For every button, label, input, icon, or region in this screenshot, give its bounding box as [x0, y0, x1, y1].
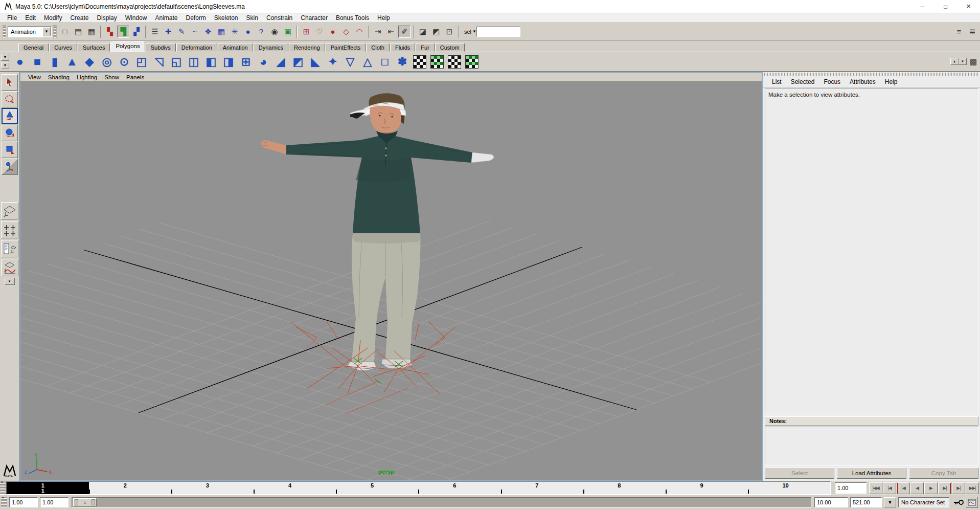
poly-cube-icon[interactable]: ■ — [29, 53, 46, 71]
ipr-render-icon[interactable]: ◩ — [430, 26, 442, 38]
duplicate-face-icon[interactable]: ◰ — [133, 53, 150, 71]
frame-cell[interactable]: 4 — [254, 482, 336, 494]
animation-preferences-icon[interactable] — [966, 497, 978, 508]
rotate-tool[interactable] — [2, 125, 18, 141]
extrude-face-icon[interactable]: ◹ — [150, 53, 168, 71]
shelf-tab[interactable]: Custom — [435, 43, 465, 52]
separator[interactable] — [458, 26, 459, 38]
bake-texture-icon[interactable] — [446, 53, 463, 71]
menu-item[interactable]: Bonus Tools — [332, 14, 373, 22]
menu-item[interactable]: Constrain — [262, 14, 297, 22]
range-end-handle[interactable] — [92, 499, 95, 505]
poke-faces-icon[interactable]: ✦ — [324, 53, 341, 71]
frame-cell[interactable]: 8 — [583, 482, 666, 494]
go-to-playback-end-button[interactable]: ▶▶| — [966, 482, 979, 494]
shelf-tab[interactable]: Subdivs — [146, 43, 176, 52]
select-tool[interactable] — [2, 74, 18, 91]
snap-to-curves-icon[interactable]: ♡ — [313, 26, 326, 38]
show-ui-elements-icon[interactable]: ≡ — [953, 26, 965, 38]
quadrangulate-icon[interactable]: □ — [376, 53, 394, 71]
outliner-persp-layout-button[interactable] — [1, 240, 18, 257]
play-backwards-button[interactable]: ◀ — [910, 482, 924, 494]
split-polygon-icon[interactable]: ◧ — [202, 53, 220, 71]
menu-item[interactable]: Display — [93, 14, 121, 22]
viewport-menu-item[interactable]: Panels — [123, 74, 148, 80]
time-slider-drag-handle[interactable] — [0, 481, 6, 495]
load-attributes-button[interactable]: Load Attributes — [837, 468, 906, 479]
highlight-selection-icon[interactable]: ▣ — [282, 26, 294, 38]
selection-mask-menu-icon[interactable]: ☰ — [149, 26, 161, 38]
snap-to-view-plane-icon[interactable]: ◇ — [340, 26, 352, 38]
shelf-item-menu-button[interactable]: ▼ — [1, 62, 9, 69]
ae-menu-item[interactable]: Selected — [786, 78, 819, 85]
ae-menu-item[interactable]: Attributes — [845, 78, 880, 85]
snap-to-points-icon[interactable]: ● — [327, 26, 339, 38]
poly-torus-icon[interactable]: ◎ — [98, 53, 116, 71]
poly-cylinder-icon[interactable]: ▮ — [46, 53, 63, 71]
select-surfaces-mask-icon[interactable]: ❖ — [202, 26, 214, 38]
scene-new-icon[interactable]: □ — [59, 26, 71, 38]
ae-menu-item[interactable]: List — [767, 78, 786, 85]
select-handles-mask-icon[interactable]: ✎ — [175, 26, 188, 38]
select-button[interactable]: Select — [765, 468, 834, 479]
playback-start-field[interactable]: 1.00 — [40, 497, 69, 507]
render-globals-icon[interactable]: ⊡ — [443, 26, 455, 38]
next-key-button[interactable]: ▶| — [952, 482, 965, 494]
menu-item[interactable]: Skin — [242, 14, 262, 22]
viewport-menu-item[interactable]: View — [25, 74, 44, 80]
ae-menu-item[interactable]: Help — [880, 78, 902, 85]
scale-tool[interactable] — [2, 142, 18, 158]
layout-menu-button[interactable]: ▾ — [5, 278, 15, 285]
character-set-field[interactable]: No Character Set — [898, 497, 949, 507]
separator[interactable] — [368, 26, 369, 38]
frame-cell[interactable]: 2 — [89, 482, 171, 494]
cut-faces-icon[interactable]: ◫ — [185, 53, 202, 71]
shelf-tab[interactable]: Curves — [49, 43, 77, 52]
panel-drag-handle[interactable] — [764, 73, 979, 76]
menu-set-selector[interactable]: Animation ▼ — [8, 26, 52, 37]
viewport-menu-item[interactable]: Shading — [44, 74, 73, 80]
playback-range-widget[interactable]: 1 — [73, 498, 97, 506]
shelf-tab[interactable]: Polygons — [110, 41, 145, 52]
minimize-button[interactable]: ─ — [911, 0, 934, 13]
frame-cell[interactable]: 1 1 — [7, 482, 89, 494]
output-connections-icon[interactable]: ⇤ — [385, 26, 397, 38]
paint-skin-weights-icon[interactable] — [428, 53, 446, 71]
range-start-handle[interactable] — [75, 499, 78, 505]
current-time-field[interactable]: 1.00 — [835, 482, 867, 494]
previous-frame-button[interactable]: |◀ — [897, 482, 910, 494]
shelf-tab[interactable]: Surfaces — [78, 43, 110, 52]
menu-item[interactable]: Character — [297, 14, 332, 22]
scene-save-icon[interactable]: ▦ — [85, 26, 98, 38]
select-hierarchy-mode-icon[interactable]: ▚ — [104, 26, 116, 38]
smooth-proxy-icon[interactable]: ⊙ — [116, 53, 133, 71]
auto-keyframe-icon[interactable] — [952, 497, 965, 508]
frame-cell[interactable]: 6 — [418, 482, 500, 494]
animation-start-field[interactable]: 1.00 — [9, 497, 38, 507]
time-slider[interactable]: 1 1 2 3 4 5 6 7 — [6, 481, 831, 495]
shelf-tab[interactable]: Fluids — [390, 43, 415, 52]
construction-history-icon[interactable]: ✐ — [398, 26, 411, 38]
uv-snapshot-icon[interactable] — [463, 53, 481, 71]
select-object-mode-icon[interactable]: ▜ — [117, 26, 129, 38]
select-rendering-mask-icon[interactable]: ● — [242, 26, 254, 38]
persp-graph-layout-button[interactable] — [1, 259, 18, 276]
show-manipulator-tool[interactable] — [2, 159, 18, 175]
shelf-tab[interactable]: Rendering — [289, 43, 325, 52]
menu-item[interactable]: File — [3, 14, 21, 22]
poly-cone-icon[interactable]: ▲ — [63, 53, 81, 71]
triangulate-icon[interactable]: △ — [359, 53, 376, 71]
select-all-mask-icon[interactable]: ✚ — [162, 26, 174, 38]
single-pane-layout-button[interactable] — [1, 202, 18, 219]
playback-end-field[interactable]: 10.00 — [814, 497, 848, 507]
poly-plane-icon[interactable]: ◆ — [81, 53, 98, 71]
menu-item[interactable]: Deform — [181, 14, 210, 22]
menu-item[interactable]: Help — [373, 14, 394, 22]
select-deformations-mask-icon[interactable]: ▦ — [215, 26, 227, 38]
separator[interactable] — [413, 26, 414, 38]
next-frame-button[interactable]: ▶| — [938, 482, 951, 494]
drag-handle[interactable] — [3, 25, 6, 38]
frame-cell[interactable]: 9 — [666, 482, 748, 494]
menu-item[interactable]: Window — [121, 14, 151, 22]
uv-texture-editor-icon[interactable] — [411, 53, 428, 71]
